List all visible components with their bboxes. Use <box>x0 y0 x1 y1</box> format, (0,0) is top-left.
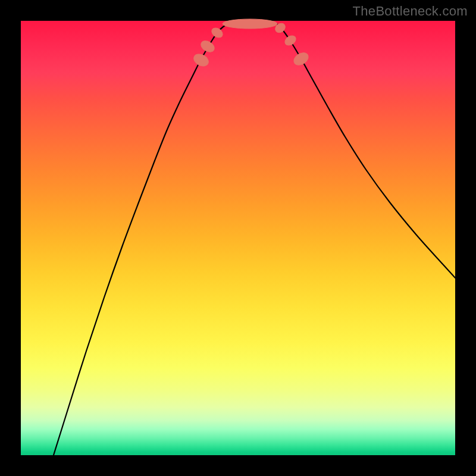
marker-left-small-1 <box>192 52 210 68</box>
chart-frame: TheBottleneck.com <box>0 0 476 476</box>
chart-svg <box>21 21 455 455</box>
marker-right-small-3 <box>292 50 311 67</box>
marker-bottom-pill <box>223 19 277 29</box>
watermark-text: TheBottleneck.com <box>353 4 468 19</box>
plot-area <box>21 21 455 455</box>
series-left-curve <box>54 24 229 455</box>
marker-left-small-2 <box>199 39 217 54</box>
marker-right-small-2 <box>283 34 298 48</box>
